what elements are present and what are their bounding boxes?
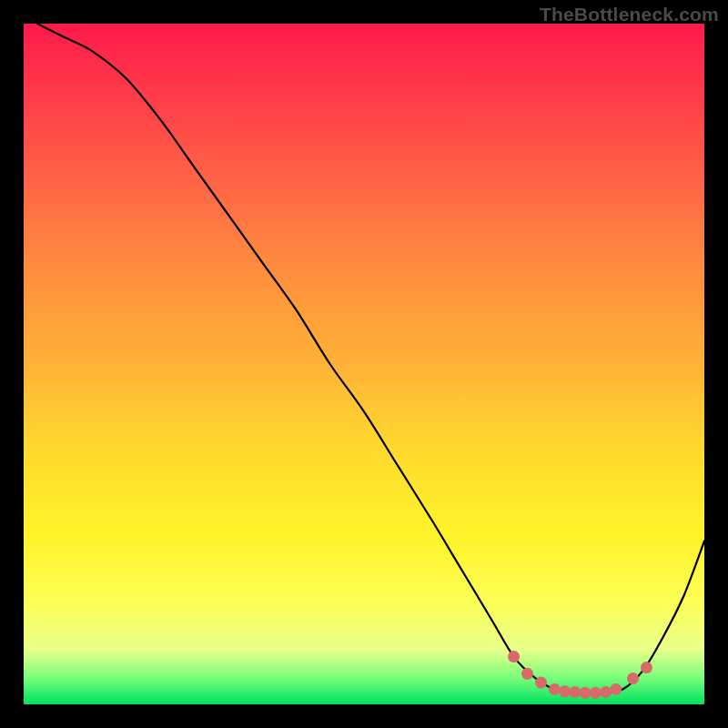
marker-dot	[590, 687, 602, 699]
marker-dot	[559, 685, 571, 697]
marker-dot	[641, 662, 652, 673]
marker-dot	[627, 672, 639, 684]
marker-dot	[508, 651, 520, 662]
watermark-text: TheBottleneck.com	[540, 4, 719, 25]
optimal-range-markers	[508, 651, 652, 699]
marker-dot	[569, 686, 581, 698]
marker-dot	[535, 677, 547, 689]
chart-svg	[24, 24, 704, 704]
marker-dot	[580, 687, 592, 699]
marker-dot	[600, 686, 612, 698]
chart-area	[24, 24, 704, 704]
bottleneck-curve	[37, 24, 704, 693]
marker-dot	[610, 683, 622, 695]
marker-dot	[549, 683, 561, 695]
marker-dot	[521, 668, 533, 680]
